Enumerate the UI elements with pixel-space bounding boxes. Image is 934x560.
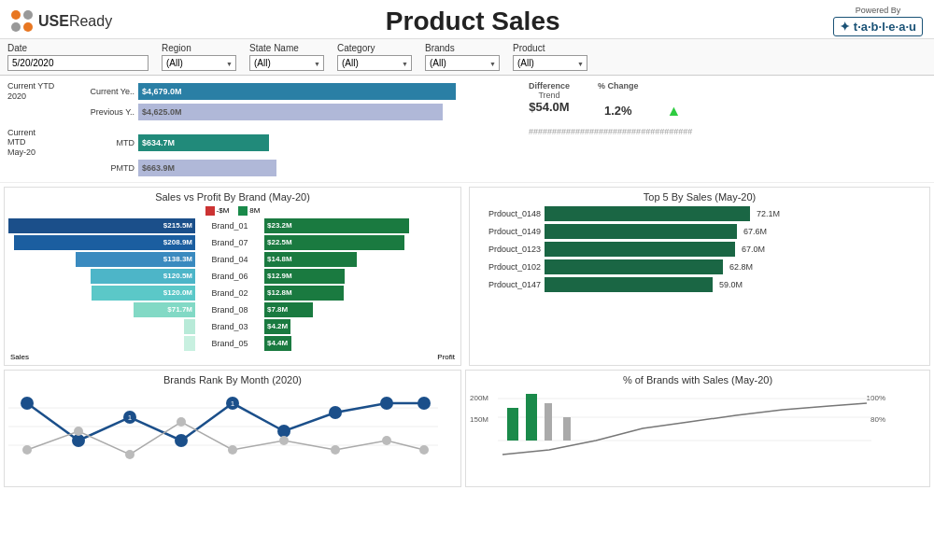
top5-bar-0147 [545,277,713,292]
dot-line2-6 [279,436,289,445]
filter-date: Date [7,43,149,71]
brand-label-06: Brand_06 [211,269,248,284]
py-label: Previous Y.. [67,107,134,117]
top5-bar-0148 [545,206,750,221]
top5-bar-0149 [545,224,737,239]
svp-brand-labels: Brand_01 Brand_07 Brand_04 Brand_06 Bran… [197,218,262,351]
sales-bar-brand03 [184,319,195,334]
pct-header: % Change [598,81,639,91]
svp-sales-axis-label: Sales [10,353,29,361]
profit-bar-brand03: $4.2M [264,319,290,334]
state-select[interactable]: (All) [249,55,324,71]
region-select[interactable]: (All) [162,55,236,71]
brand-label-04: Brand_04 [211,252,248,267]
dot-line1-6 [277,425,290,438]
dot-line2-5 [228,445,237,455]
state-label: State Name [249,43,324,53]
top5-row-0123: Prdouct_0123 67.0M [474,242,926,257]
cy-bar: $4,679.0M [138,83,456,100]
brands-select[interactable]: (All) [425,55,500,71]
pct-bar-4 [563,417,571,441]
top5-label-0123: Prdouct_0123 [474,245,541,254]
category-select[interactable]: (All) [337,55,412,71]
py-bar: $4,625.0M [138,104,443,120]
dot-line2-4 [177,417,186,427]
brand-rank-svg: 1 1 [8,389,438,469]
dot-gray-2 [11,22,21,32]
top5-label-0102: Prdouct_0102 [474,262,541,272]
svp-profit-axis-label: Profit [437,353,455,361]
logo-area: USEReady [11,10,112,32]
logo-icon [11,10,33,32]
filters-bar: Date Region (All) State Name (All) Categ… [0,39,934,76]
profit-bar-brand08: $7.8M [264,302,313,317]
state-select-wrap: (All) [249,55,324,71]
dot-line1-8 [380,397,393,410]
kpi-diff-col: Difference Trend $54.0M [529,81,570,119]
product-select[interactable]: (All) [513,55,587,71]
region-label: Region [162,43,236,53]
brand-rank-panel: Brands Rank By Month (2020) [4,370,461,487]
brand-rank-chart-area: 1 1 [8,389,457,473]
sales-bar-brand08: $71.7M [134,302,195,317]
cy-label: Current Ye.. [67,87,134,96]
svg-text:1: 1 [231,399,235,408]
powered-by: Powered By ✦ t·a·b·l·e·a·u [833,6,923,36]
tableau-logo: ✦ t·a·b·l·e·a·u [833,17,923,36]
region-select-wrap: (All) [162,55,236,71]
kpi-right: Difference Trend $54.0M % Change 1.2% ▲ … [519,81,692,176]
dot-line2-7 [331,445,340,455]
brand-label-05: Brand_05 [211,336,248,351]
category-select-wrap: (All) [337,55,412,71]
brands-select-wrap: (All) [425,55,500,71]
kpi-cy-row: Current YTD2020 Current Ye.. $4,679.0M [7,81,456,102]
page-title: Product Sales [386,7,560,36]
profit-bar-brand01: $23.2M [264,218,409,233]
sales-bar-brand04: $138.3M [76,252,195,267]
difference-header: Difference [529,81,570,91]
pct-title: % of Brands with Sales (May-20) [470,374,926,385]
mtd-bar: $634.7M [138,134,269,151]
brand-label-01: Brand_01 [211,218,248,233]
legend-profit: 8M [238,206,260,216]
top5-label-0148: Prdouct_0148 [474,209,541,218]
kpi-py-row: Previous Y.. $4,625.0M [7,104,456,120]
legend-sales-box [205,206,215,216]
kpi-ytd-label: Current YTD2020 [7,81,64,102]
profit-bar-brand04: $14.8M [264,252,357,267]
bottom-charts-row: Brands Rank By Month (2020) [0,370,934,491]
sales-bar-brand05 [184,336,195,351]
trend-label: Trend [538,91,559,100]
legend-profit-box [238,206,248,216]
top5-label-0149: Prdouct_0149 [474,227,541,236]
dot-line1-4 [175,434,188,447]
powered-by-text: Powered By [833,6,923,15]
svp-axis: Sales Profit [8,353,457,361]
brand-rank-title: Brands Rank By Month (2020) [8,374,457,385]
svp-content: $215.5M $208.9M $138.3M $120.5M $120.0M … [8,218,457,351]
dot-line1-9 [417,397,431,410]
kpi-triangle-col: ▲ [667,81,682,119]
filter-category: Category (All) [337,43,412,71]
profit-bar-brand06: $12.9M [264,269,345,284]
kpi-diff-row: Difference Trend $54.0M % Change 1.2% ▲ [529,81,692,119]
filter-brands: Brands (All) [425,43,500,71]
top5-val-0102: 62.8M [729,262,753,272]
pct-chart-area: 200M 150M 100% 80% [470,389,926,473]
top5-row-0147: Prdouct_0147 59.0M [474,277,926,292]
date-label: Date [7,43,149,53]
top5-row-0102: Prdouct_0102 62.8M [474,259,926,274]
top5-val-0148: 72.1M [757,209,780,218]
dot-line1-2 [72,434,85,447]
sales-bar-brand02: $120.0M [92,286,195,301]
kpi-left: Current YTD2020 Current Ye.. $4,679.0M P… [7,81,512,176]
top5-val-0149: 67.6M [743,227,767,236]
filter-region: Region (All) [162,43,236,71]
logo-text: USEReady [38,13,112,30]
dot-line2-8 [382,436,391,445]
pct-bar-2 [526,394,537,441]
date-input[interactable] [7,55,149,71]
top5-label-0147: Prdouct_0147 [474,280,541,289]
dot-line1-1 [21,397,34,410]
dot-line2-9 [419,445,429,455]
